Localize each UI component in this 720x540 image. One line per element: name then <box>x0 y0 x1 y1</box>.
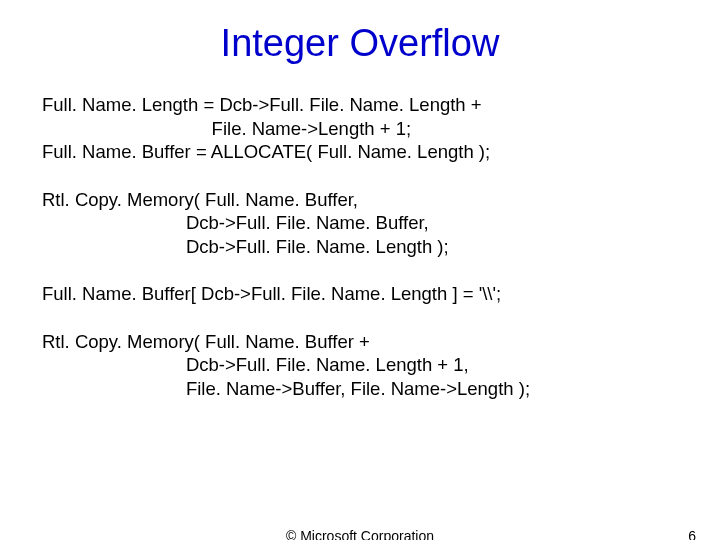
code-line: Full. Name. Buffer = ALLOCATE( Full. Nam… <box>42 141 490 162</box>
slide-title: Integer Overflow <box>0 22 720 65</box>
code-line: Full. Name. Length = Dcb->Full. File. Na… <box>42 94 482 115</box>
code-line: Full. Name. Buffer[ Dcb->Full. File. Nam… <box>42 283 501 304</box>
code-line: Rtl. Copy. Memory( Full. Name. Buffer + <box>42 331 370 352</box>
code-line: File. Name->Buffer, File. Name->Length )… <box>42 378 530 399</box>
code-block: Full. Name. Length = Dcb->Full. File. Na… <box>0 93 720 401</box>
code-line: Dcb->Full. File. Name. Length + 1, <box>42 354 469 375</box>
footer-copyright: © Microsoft Corporation <box>0 528 720 540</box>
code-line: Rtl. Copy. Memory( Full. Name. Buffer, <box>42 189 358 210</box>
page-number: 6 <box>688 528 696 540</box>
code-line: Dcb->Full. File. Name. Length ); <box>42 236 449 257</box>
code-line: File. Name->Length + 1; <box>42 118 411 139</box>
slide: Integer Overflow Full. Name. Length = Dc… <box>0 22 720 540</box>
code-line: Dcb->Full. File. Name. Buffer, <box>42 212 429 233</box>
